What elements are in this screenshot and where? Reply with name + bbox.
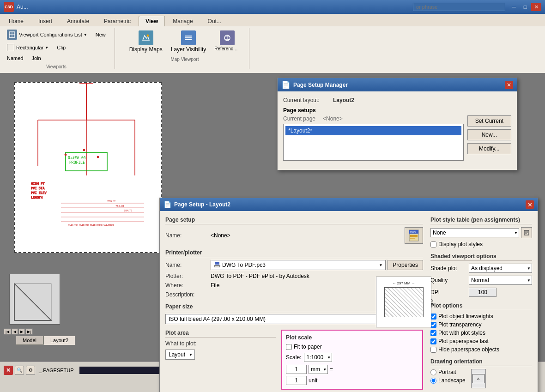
ps-printer-select[interactable]: DWG DWG To PDF.pc3 ▼ [211,260,386,270]
psm-title: 📄 Page Setup Manager [281,80,348,89]
new-viewport-btn[interactable]: New [92,30,109,39]
nav-prev-btn[interactable]: ◀ [12,328,18,335]
tab-home[interactable]: Home [2,16,30,26]
display-maps-label: Display Maps [129,46,163,53]
ps-close-btn[interactable]: ✕ [526,200,534,209]
printer-dropdown-arrow: ▼ [379,263,382,267]
ps-plot-style-title: Plot style table (pen assignments) [430,217,532,224]
psm-current-layout: Current layout: Layout2 [283,97,511,103]
ps-scale-unit2: unit [309,377,317,384]
minimize-btn[interactable]: ─ [509,3,519,11]
ps-what-to-plot-select[interactable]: Layout ▼ [165,350,195,360]
psm-setup-list[interactable]: *Layout2* [283,124,464,161]
display-plot-styles-label: Display plot styles [438,241,483,247]
rectangular-btn[interactable]: Rectangular ▼ [4,42,52,53]
ps-name-value: <None> [211,232,401,239]
psm-new-btn[interactable]: New... [467,129,511,140]
ps-shade-plot-row: Shade plot As displayed ▼ [430,264,532,273]
viewport-config-list-btn[interactable]: Viewport Configurations List ▼ [4,28,91,41]
ps-plot-style-row: None ▼ [430,227,532,238]
psm-titlebar: 📄 Page Setup Manager ✕ [278,78,517,91]
layer-visibility-btn[interactable]: Layer Visibility [168,28,209,55]
toolbar-pagesetup-label: _.PAGESETUP [39,368,74,373]
ribbon: Home Insert Annotate Parametric View Man… [0,14,545,73]
clip-btn[interactable]: Clip [54,43,69,52]
ps-plot-style-section: Plot style table (pen assignments) None … [430,217,532,247]
set-current-btn[interactable]: Set Current [467,115,511,127]
ps-plot-scale-box: Plot scale Fit to paper Scale: 1:1000 ▼ [281,330,423,390]
plot-lineweights-row: Plot object lineweights [430,313,532,320]
named-label: Named [7,55,23,61]
nav-first-btn[interactable]: |◀ [4,328,11,335]
reference-system-btn[interactable]: Reference System... [211,28,243,54]
tab-annotate[interactable]: Annotate [60,16,96,26]
nav-last-btn[interactable]: ▶| [25,328,33,335]
scale-num1-input[interactable] [286,365,307,374]
named-btn[interactable]: Named [4,54,26,62]
psm-close-btn[interactable]: ✕ [505,81,513,89]
plot-paperspace-last-checkbox[interactable] [430,338,436,344]
ps-printer-title: Printer/plotter [165,249,423,257]
fit-to-paper-checkbox[interactable] [286,344,292,350]
portrait-radio[interactable] [430,369,436,375]
plot-with-styles-row: Plot with plot styles [430,330,532,336]
toolbar-close-btn[interactable]: ✕ [4,366,13,375]
ps-plot-style-select[interactable]: None ▼ [430,228,519,237]
scale-num2-input[interactable] [286,376,307,385]
ps-left-col: Page setup Name: <None> DWG Printer/plot… [165,217,423,392]
ps-equals: = [330,366,333,373]
plot-paperspace-last-row: Plot paperspace last [430,338,532,344]
ps-page-setup-section: Page setup Name: <None> DWG [165,217,423,244]
display-plot-styles-checkbox[interactable] [430,241,436,247]
maximize-btn[interactable]: □ [520,3,530,11]
scale-unit1-select[interactable]: mm ▼ [309,365,328,374]
ps-drawing-orientation-section: Drawing orientation Portrait Landscape [430,358,532,388]
properties-btn[interactable]: Properties [388,260,423,270]
ps-preview-height-label: 210 [430,288,434,317]
ps-right-col: Plot style table (pen assignments) None … [430,217,532,392]
hide-paperspace-checkbox[interactable] [430,347,436,353]
drawing-viewport: HIGH PT PVI STA PVI ELEV LENGTH 0+###.00… [14,82,162,253]
tab-manage[interactable]: Manage [166,16,200,26]
ps-icon: 📄 [164,201,171,208]
ps-shade-plot-select[interactable]: As displayed ▼ [469,264,532,273]
app-icon: C3D [4,2,14,12]
mini-viewport [9,274,60,325]
ps-plot-area-section: Plot area What to plot: Layout ▼ [165,330,276,390]
rectangular-label: Rectangular [16,45,43,50]
tab-model[interactable]: Model [16,336,43,345]
ribbon-group-viewports-items: Viewport Configurations List ▼ New Recta… [4,28,109,62]
psm-content-row: Current page <None> *Layout2* Set Curren… [283,115,511,164]
svg-text:DWG: DWG [410,231,416,234]
nav-next-btn[interactable]: ▶ [18,328,25,335]
landscape-radio[interactable] [430,378,436,384]
tab-parametric[interactable]: Parametric [97,16,138,26]
display-maps-btn[interactable]: Display Maps [126,28,166,55]
join-btn[interactable]: Join [28,54,44,62]
toolbar-settings-btn[interactable]: ⚙ [26,366,35,375]
plot-style-edit-btn[interactable] [521,227,532,238]
close-app-btn[interactable]: ✕ [531,3,541,11]
ps-quality-select[interactable]: Normal ▼ [469,276,532,285]
ps-orientation-preview: A [471,369,486,388]
tab-insert[interactable]: Insert [31,16,59,26]
title-search-input[interactable] [413,3,505,11]
toolbar-search-btn[interactable]: 🔍 [15,366,24,375]
layer-visibility-label: Layer Visibility [171,46,206,53]
ps-dpi-label: DPI [430,289,465,296]
ps-dpi-input[interactable] [469,288,497,297]
svg-text:HIGH PT: HIGH PT [31,182,45,186]
tab-out[interactable]: Out... [201,16,228,26]
ps-scale-select[interactable]: 1:1000 ▼ [304,353,332,362]
psm-modify-btn[interactable]: Modify... [467,143,511,154]
tab-layout2[interactable]: Layout2 [43,336,75,345]
plot-with-styles-checkbox[interactable] [430,330,436,336]
plot-transparency-row: Plot transparency [430,321,532,328]
psm-layout2-item[interactable]: *Layout2* [285,126,461,135]
ps-scale-row: Scale: 1:1000 ▼ [286,353,418,362]
ps-plot-options-title: Plot options [430,302,532,310]
tab-view[interactable]: View [139,16,165,26]
reference-system-label: Reference System... [214,46,240,51]
plot-style-arrow: ▼ [514,231,518,235]
svg-point-19 [97,156,99,158]
